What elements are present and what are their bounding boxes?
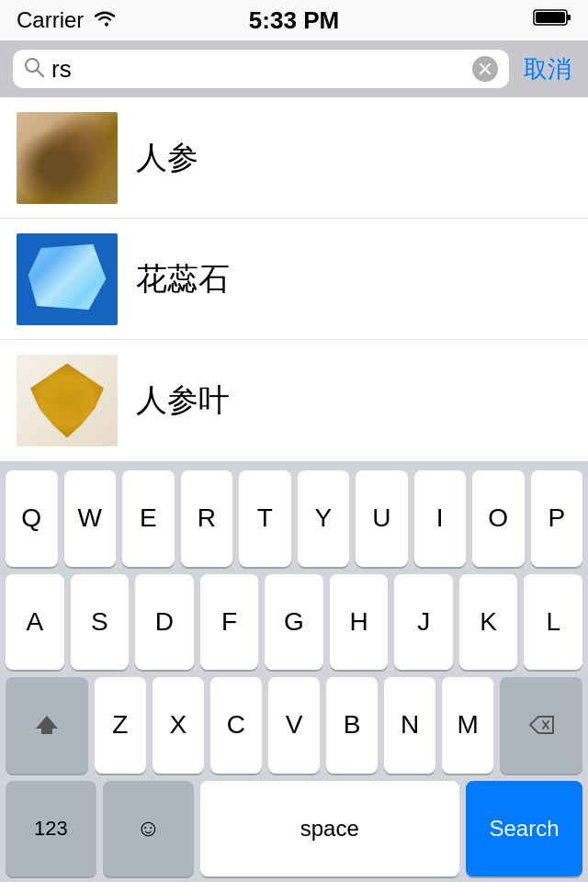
- svg-line-4: [38, 71, 44, 77]
- keyboard-row-4: 123 ☺ space Search: [6, 781, 582, 877]
- key-a[interactable]: A: [6, 574, 64, 671]
- keyboard-row-3: Z X C V B N M: [6, 677, 582, 774]
- battery-icon: [533, 7, 571, 33]
- key-x[interactable]: X: [153, 677, 204, 774]
- key-e[interactable]: E: [122, 470, 175, 567]
- list-item[interactable]: 人参: [0, 97, 588, 219]
- shift-key[interactable]: [6, 677, 88, 774]
- svg-rect-2: [536, 12, 565, 23]
- cancel-button[interactable]: 取消: [520, 53, 575, 85]
- result-label: 人参: [136, 137, 198, 179]
- result-label: 花蕊石: [136, 258, 230, 300]
- key-p[interactable]: P: [531, 470, 583, 567]
- list-item[interactable]: 人参叶: [0, 340, 588, 461]
- key-f[interactable]: F: [200, 574, 259, 671]
- status-bar: Carrier 5:33 PM: [0, 0, 588, 40]
- space-key[interactable]: space: [200, 781, 459, 877]
- key-s[interactable]: S: [71, 574, 130, 671]
- key-j[interactable]: J: [394, 574, 453, 671]
- search-bar: 取消: [0, 40, 588, 97]
- result-thumbnail-ginseng: [17, 112, 118, 204]
- svg-marker-7: [36, 716, 58, 734]
- results-list: 人参 花蕊石 人参叶: [0, 97, 588, 461]
- key-m[interactable]: M: [442, 677, 493, 774]
- key-d[interactable]: D: [135, 574, 194, 671]
- clear-button[interactable]: [472, 56, 498, 82]
- key-q[interactable]: Q: [6, 470, 58, 567]
- key-r[interactable]: R: [181, 470, 233, 567]
- key-h[interactable]: H: [330, 574, 389, 671]
- search-input[interactable]: [51, 55, 465, 84]
- key-w[interactable]: W: [64, 470, 117, 567]
- backspace-key[interactable]: [500, 677, 582, 774]
- result-thumbnail-mineral: [17, 233, 118, 325]
- time-display: 5:33 PM: [249, 6, 339, 35]
- key-y[interactable]: Y: [298, 470, 350, 567]
- search-button[interactable]: Search: [466, 781, 582, 877]
- keyboard-row-2: A S D F G H J K L: [6, 574, 582, 671]
- emoji-key[interactable]: ☺: [103, 781, 194, 877]
- svg-rect-1: [567, 15, 571, 20]
- result-thumbnail-leaf: [17, 355, 118, 447]
- carrier-label: Carrier: [17, 7, 84, 33]
- key-k[interactable]: K: [459, 574, 518, 671]
- search-icon: [24, 57, 44, 81]
- wifi-icon: [93, 7, 117, 33]
- key-b[interactable]: B: [326, 677, 378, 774]
- keyboard-row-1: Q W E R T Y U I O P: [6, 470, 582, 567]
- key-o[interactable]: O: [472, 470, 525, 567]
- number-key[interactable]: 123: [6, 781, 96, 877]
- key-v[interactable]: V: [268, 677, 320, 774]
- result-label: 人参叶: [136, 379, 230, 422]
- key-g[interactable]: G: [265, 574, 323, 671]
- search-input-wrapper: [13, 50, 509, 88]
- key-c[interactable]: C: [210, 677, 262, 774]
- key-i[interactable]: I: [414, 470, 467, 567]
- key-l[interactable]: L: [524, 574, 582, 671]
- key-z[interactable]: Z: [95, 677, 146, 774]
- keyboard: Q W E R T Y U I O P A S D F G H J K L Z …: [0, 461, 588, 882]
- list-item[interactable]: 花蕊石: [0, 219, 588, 340]
- key-n[interactable]: N: [384, 677, 435, 774]
- key-t[interactable]: T: [239, 470, 291, 567]
- key-u[interactable]: U: [356, 470, 408, 567]
